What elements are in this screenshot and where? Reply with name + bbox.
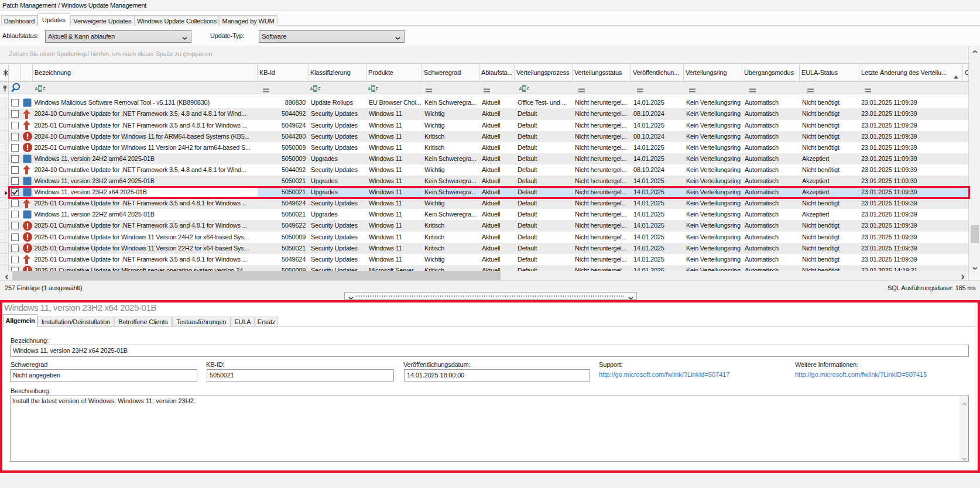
svg-text:B: B [314,87,317,91]
svg-text:C: C [526,87,529,91]
svg-text:B: B [39,87,42,91]
svg-text:A: A [310,87,313,91]
svg-text:C: C [318,87,320,91]
svg-text:C: C [42,87,44,91]
svg-text:B: B [523,87,526,91]
svg-text:A: A [519,87,522,91]
svg-text:A: A [35,87,38,91]
svg-text:A: A [368,87,371,91]
svg-text:B: B [372,87,375,91]
svg-text:C: C [376,87,378,91]
